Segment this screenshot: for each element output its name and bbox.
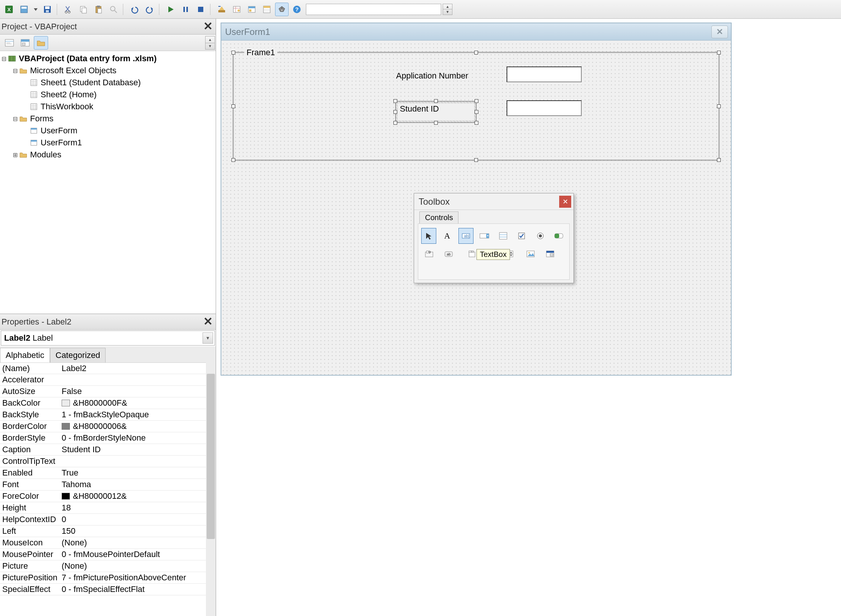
- insert-form-icon[interactable]: [17, 3, 31, 16]
- property-row[interactable]: Height18: [0, 502, 216, 514]
- property-value[interactable]: &H80000012&: [60, 491, 216, 501]
- tool-optionbutton-icon[interactable]: [533, 228, 548, 244]
- property-row[interactable]: CaptionStudent ID: [0, 444, 216, 456]
- tool-frame-icon[interactable]: xy: [421, 246, 437, 262]
- property-value[interactable]: &H8000000F&: [60, 398, 216, 408]
- property-row[interactable]: ControlTipText: [0, 456, 216, 467]
- property-value[interactable]: (None): [60, 538, 216, 548]
- properties-scrollbar[interactable]: [206, 362, 216, 616]
- textbox-application-number[interactable]: [507, 66, 582, 82]
- tool-textbox-icon[interactable]: ab|: [458, 228, 473, 244]
- chevron-down-icon[interactable]: ▼: [203, 332, 213, 344]
- resize-handle[interactable]: [434, 99, 438, 103]
- resize-handle[interactable]: [475, 99, 478, 103]
- close-icon[interactable]: ✕: [201, 20, 214, 32]
- frame-control[interactable]: Frame1 Application Number Student ID: [233, 52, 720, 161]
- property-row[interactable]: ForeColor&H80000012&: [0, 491, 216, 502]
- property-row[interactable]: MousePointer0 - fmMousePointerDefault: [0, 549, 216, 560]
- textbox-student-id[interactable]: [507, 100, 582, 116]
- property-row[interactable]: Left150: [0, 525, 216, 537]
- resize-handle[interactable]: [231, 104, 235, 108]
- project-explorer-icon[interactable]: [245, 3, 259, 16]
- tree-thisworkbook[interactable]: ThisWorkbook: [0, 101, 216, 113]
- tab-alphabetic[interactable]: Alphabetic: [0, 348, 50, 362]
- tree-excel-objects[interactable]: ⊟ Microsoft Excel Objects: [0, 65, 216, 77]
- close-icon[interactable]: ✕: [711, 26, 728, 38]
- resize-handle[interactable]: [474, 51, 478, 54]
- property-row[interactable]: AutoSizeFalse: [0, 386, 216, 397]
- toolbox-tab-controls[interactable]: Controls: [419, 211, 458, 223]
- property-row[interactable]: Accelerator: [0, 374, 216, 386]
- design-mode-icon[interactable]: [215, 3, 228, 16]
- resize-handle[interactable]: [475, 110, 478, 114]
- property-row[interactable]: MouseIcon(None): [0, 537, 216, 549]
- toggle-folders-icon[interactable]: [34, 36, 48, 50]
- property-value[interactable]: True: [60, 468, 216, 478]
- properties-object-combo[interactable]: Label2 Label ▼: [1, 331, 215, 346]
- toolbox-titlebar[interactable]: Toolbox ✕: [414, 193, 573, 210]
- object-browser-icon[interactable]: [230, 3, 244, 16]
- properties-icon[interactable]: [260, 3, 274, 16]
- close-icon[interactable]: ✕: [201, 315, 214, 328]
- tool-togglebutton-icon[interactable]: [552, 228, 566, 244]
- property-value[interactable]: 150: [60, 526, 216, 536]
- property-row[interactable]: EnabledTrue: [0, 467, 216, 479]
- close-icon[interactable]: ✕: [559, 196, 571, 208]
- property-row[interactable]: HelpContextID0: [0, 514, 216, 525]
- property-row[interactable]: (Name)Label2: [0, 362, 216, 374]
- copy-icon[interactable]: [77, 3, 90, 16]
- toolbox-icon[interactable]: [275, 3, 289, 16]
- property-value[interactable]: Tahoma: [60, 480, 216, 489]
- property-row[interactable]: Picture(None): [0, 560, 216, 572]
- tool-checkbox-icon[interactable]: [514, 228, 529, 244]
- property-row[interactable]: BackStyle1 - fmBackStyleOpaque: [0, 409, 216, 421]
- property-value[interactable]: 0 - fmSpecialEffectFlat: [60, 584, 216, 594]
- property-value[interactable]: 0: [60, 515, 216, 524]
- property-value[interactable]: (None): [60, 561, 216, 571]
- excel-icon[interactable]: X: [2, 3, 16, 16]
- label-application-number[interactable]: Application Number: [396, 71, 479, 85]
- property-value[interactable]: 7 - fmPicturePositionAboveCenter: [60, 573, 216, 583]
- resize-handle[interactable]: [717, 51, 721, 54]
- tool-label-icon[interactable]: A: [440, 228, 455, 244]
- tree-userform1[interactable]: UserForm1: [0, 137, 216, 149]
- property-row[interactable]: PicturePosition7 - fmPicturePositionAbov…: [0, 572, 216, 584]
- resize-handle[interactable]: [393, 99, 397, 103]
- tool-select-icon[interactable]: [421, 228, 436, 244]
- resize-handle[interactable]: [474, 158, 478, 162]
- resize-handle[interactable]: [717, 158, 721, 162]
- resize-handle[interactable]: [393, 110, 397, 114]
- property-row[interactable]: BorderStyle0 - fmBorderStyleNone: [0, 432, 216, 444]
- property-value[interactable]: Student ID: [60, 445, 216, 454]
- break-icon[interactable]: [179, 3, 192, 16]
- find-icon[interactable]: [107, 3, 120, 16]
- tool-commandbutton-icon[interactable]: ab: [441, 246, 457, 262]
- stop-icon[interactable]: [194, 3, 207, 16]
- tree-modules[interactable]: ⊞ Modules: [0, 149, 216, 161]
- property-value[interactable]: 18: [60, 503, 216, 513]
- paste-icon[interactable]: [92, 3, 105, 16]
- resize-handle[interactable]: [231, 51, 235, 54]
- property-row[interactable]: SpecialEffect0 - fmSpecialEffectFlat: [0, 584, 216, 595]
- property-row[interactable]: BorderColor&H80000006&: [0, 421, 216, 432]
- toolbox-window[interactable]: Toolbox ✕ Controls A ab|: [414, 193, 574, 283]
- property-value[interactable]: 0 - fmMousePointerDefault: [60, 550, 216, 559]
- tool-combobox-icon[interactable]: [477, 228, 492, 244]
- view-object-icon[interactable]: [18, 36, 32, 50]
- tab-categorized[interactable]: Categorized: [50, 348, 106, 362]
- resize-handle[interactable]: [475, 121, 478, 125]
- project-tree[interactable]: ⊟ VBAProject (Data entry form .xlsm) ⊟ M…: [0, 51, 216, 314]
- property-value[interactable]: 0 - fmBorderStyleNone: [60, 433, 216, 443]
- tree-root[interactable]: ⊟ VBAProject (Data entry form .xlsm): [0, 53, 216, 65]
- view-code-icon[interactable]: [2, 36, 17, 50]
- project-explorer-scroll[interactable]: ▲▼: [205, 36, 215, 50]
- resize-handle[interactable]: [717, 104, 721, 108]
- userform-window[interactable]: UserForm1 ✕ Frame1 Application Number St…: [221, 23, 732, 376]
- save-icon[interactable]: [41, 3, 54, 16]
- property-value[interactable]: &H80000006&: [60, 421, 216, 431]
- tree-userform[interactable]: UserForm: [0, 125, 216, 137]
- property-value[interactable]: False: [60, 387, 216, 396]
- property-row[interactable]: BackColor&H8000000F&: [0, 397, 216, 409]
- userform-titlebar[interactable]: UserForm1 ✕: [221, 23, 731, 41]
- help-icon[interactable]: ?: [290, 3, 304, 16]
